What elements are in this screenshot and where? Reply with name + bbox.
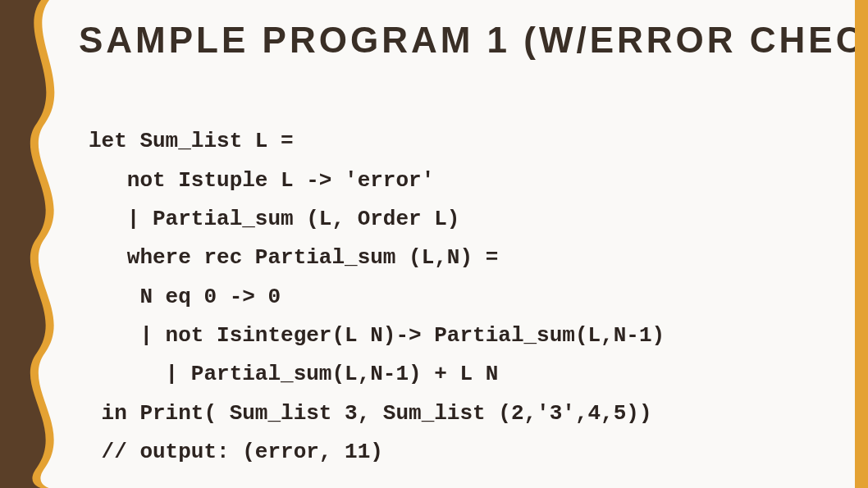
code-block: let Sum_list L = not Istuple L -> 'error… bbox=[79, 84, 837, 472]
code-line: | Partial_sum(L,N-1) + L N bbox=[89, 362, 498, 386]
code-line: N eq 0 -> 0 bbox=[89, 285, 281, 309]
slide-title: SAMPLE PROGRAM 1 (W/ERROR CHECKING) bbox=[79, 20, 837, 61]
code-line: | Partial_sum (L, Order L) bbox=[89, 207, 459, 231]
code-line: not Istuple L -> 'error' bbox=[89, 168, 434, 193]
right-accent-bar bbox=[855, 0, 868, 488]
code-line: where rec Partial_sum (L,N) = bbox=[89, 245, 498, 270]
left-wave-decoration bbox=[0, 0, 82, 488]
code-line: let Sum_list L = bbox=[89, 129, 294, 153]
code-line: // output: (error, 11) bbox=[89, 440, 383, 464]
code-line: | not Isinteger(L N)-> Partial_sum(L,N-1… bbox=[89, 323, 665, 348]
code-line: in Print( Sum_list 3, Sum_list (2,'3',4,… bbox=[89, 401, 652, 426]
slide-content: SAMPLE PROGRAM 1 (W/ERROR CHECKING) let … bbox=[0, 0, 868, 488]
